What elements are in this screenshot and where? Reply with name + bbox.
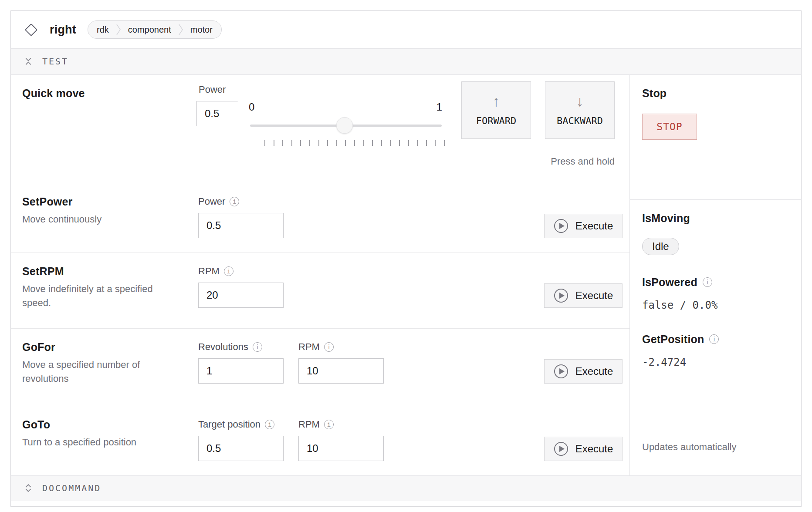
info-icon[interactable] xyxy=(703,277,712,287)
slider-range-labels: 0 1 xyxy=(249,101,442,113)
info-icon[interactable] xyxy=(324,342,334,352)
test-section-label: TEST xyxy=(42,56,68,67)
execute-label: Execute xyxy=(575,290,613,302)
is-moving-status-badge: Idle xyxy=(642,238,679,255)
arrow-down-icon xyxy=(576,94,584,108)
motor-panel: right rdk component motor TEST Quick mov… xyxy=(10,10,802,507)
breadcrumb: rdk component motor xyxy=(88,20,222,39)
execute-label: Execute xyxy=(575,443,613,455)
go-for-execute-button[interactable]: Execute xyxy=(544,359,623,384)
state-section: IsMoving Idle IsPowered false / 0.0% Get… xyxy=(630,200,801,475)
set-rpm-heading: SetRPM xyxy=(22,265,189,278)
component-diamond-icon xyxy=(25,23,38,36)
quick-move-row: Quick move Power 0 1 FORWARD xyxy=(11,75,629,183)
set-power-subtitle: Move continuously xyxy=(22,212,162,226)
forward-button-label: FORWARD xyxy=(476,115,517,126)
execute-label: Execute xyxy=(575,365,613,377)
go-to-heading: GoTo xyxy=(22,418,189,431)
stop-section: Stop STOP xyxy=(630,75,801,200)
go-for-heading: GoFor xyxy=(22,341,189,354)
panel-header: right rdk component motor xyxy=(11,11,801,49)
set-power-heading: SetPower xyxy=(22,195,189,208)
rpm-field-label: RPM xyxy=(298,419,320,430)
docommand-section-label: DOCOMMAND xyxy=(42,483,101,493)
expand-icon[interactable] xyxy=(24,484,33,492)
go-for-subtitle: Move a specified number of revolutions xyxy=(22,358,162,386)
card-bottom-padding xyxy=(11,501,801,506)
press-and-hold-hint: Press and hold xyxy=(551,156,615,167)
stop-button[interactable]: STOP xyxy=(642,114,697,140)
is-powered-value: false / 0.0% xyxy=(642,299,789,311)
backward-button-label: BACKWARD xyxy=(557,115,603,126)
collapse-icon[interactable] xyxy=(24,57,33,66)
set-power-input[interactable] xyxy=(198,213,284,238)
set-rpm-subtitle: Move indefinitely at a specified speed. xyxy=(22,282,162,310)
breadcrumb-component: component xyxy=(128,25,171,35)
stop-heading: Stop xyxy=(642,87,789,100)
info-icon[interactable] xyxy=(265,420,274,429)
docommand-section-header[interactable]: DOCOMMAND xyxy=(11,475,801,501)
arrow-up-icon xyxy=(493,94,500,108)
play-icon xyxy=(554,364,568,379)
info-icon[interactable] xyxy=(253,342,262,352)
go-to-rpm-input[interactable] xyxy=(298,436,384,461)
slider-ticks xyxy=(264,140,445,146)
power-slider[interactable] xyxy=(250,125,442,127)
power-label: Power xyxy=(199,84,226,95)
breadcrumb-rdk: rdk xyxy=(97,25,109,35)
test-section-header[interactable]: TEST xyxy=(11,49,801,74)
revolutions-input[interactable] xyxy=(198,358,284,384)
forward-button[interactable]: FORWARD xyxy=(461,81,531,139)
backward-button[interactable]: BACKWARD xyxy=(545,81,615,139)
target-position-field-label: Target position xyxy=(198,419,261,430)
quick-move-power-group: Power xyxy=(196,84,240,126)
revolutions-field-label: Revolutions xyxy=(198,341,248,353)
quick-move-heading: Quick move xyxy=(22,87,85,100)
slider-handle[interactable] xyxy=(336,117,353,134)
breadcrumb-motor: motor xyxy=(190,25,213,35)
play-icon xyxy=(554,288,568,303)
info-icon[interactable] xyxy=(709,334,719,344)
go-to-subtitle: Turn to a specified position xyxy=(22,435,162,449)
go-for-rpm-input[interactable] xyxy=(298,358,384,384)
chevron-right-icon xyxy=(116,23,121,36)
go-to-row: GoTo Turn to a specified position Target… xyxy=(11,406,629,475)
updates-automatically-note: Updates automatically xyxy=(642,441,789,453)
slider-min-label: 0 xyxy=(249,101,254,113)
play-icon xyxy=(554,219,568,233)
info-icon[interactable] xyxy=(230,197,239,206)
info-icon[interactable] xyxy=(224,266,233,276)
rpm-field-label: RPM xyxy=(198,266,220,277)
is-powered-heading: IsPowered xyxy=(642,276,697,289)
go-to-execute-button[interactable]: Execute xyxy=(544,437,623,461)
get-position-value: -2.4724 xyxy=(642,356,789,368)
slider-max-label: 1 xyxy=(436,101,442,113)
component-name: right xyxy=(50,23,76,37)
power-field-label: Power xyxy=(198,196,225,207)
rpm-field-label: RPM xyxy=(298,341,320,353)
set-rpm-row: SetRPM Move indefinitely at a specified … xyxy=(11,253,629,328)
set-rpm-input[interactable] xyxy=(198,283,284,308)
chevron-right-icon xyxy=(178,23,183,36)
info-icon[interactable] xyxy=(324,420,334,429)
target-position-input[interactable] xyxy=(198,436,284,461)
set-power-execute-button[interactable]: Execute xyxy=(544,214,623,238)
set-power-row: SetPower Move continuously Power Execute xyxy=(11,183,629,253)
is-moving-heading: IsMoving xyxy=(642,212,789,225)
execute-label: Execute xyxy=(575,220,613,232)
play-icon xyxy=(554,441,568,456)
go-for-row: GoFor Move a specified number of revolut… xyxy=(11,328,629,406)
status-sidebar: Stop STOP IsMoving Idle IsPowered false … xyxy=(629,75,801,475)
get-position-heading: GetPosition xyxy=(642,333,704,346)
power-input[interactable] xyxy=(196,101,238,126)
set-rpm-execute-button[interactable]: Execute xyxy=(544,283,623,308)
